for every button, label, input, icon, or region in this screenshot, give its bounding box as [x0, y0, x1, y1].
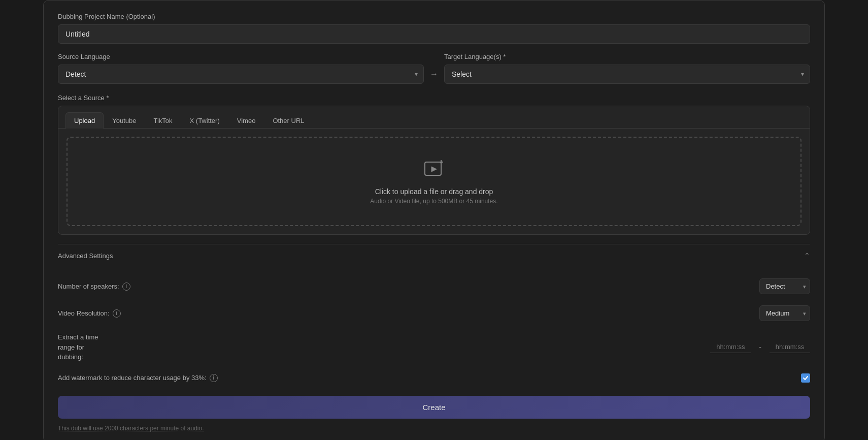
source-tabs-row: Upload Youtube TikTok X (Twitter) Vimeo … [58, 106, 810, 129]
tab-twitter[interactable]: X (Twitter) [181, 112, 228, 129]
resolution-select-wrapper: Medium Low High ▾ [759, 305, 810, 321]
target-language-select[interactable]: Select English Spanish French German Chi… [444, 65, 810, 84]
footer-note: This dub will use 2000 characters per mi… [58, 425, 810, 432]
speakers-select-wrapper: Detect 1 2 3 4 5 ▾ [759, 278, 810, 294]
time-range-inputs: - [710, 341, 810, 353]
time-range-label: Extract a timerange fordubbing: [58, 332, 98, 362]
watermark-label: Add watermark to reduce character usage … [58, 374, 218, 382]
advanced-settings-toggle[interactable]: Advanced Settings ⌃ [58, 246, 810, 265]
speakers-row: Number of speakers: i Detect 1 2 3 4 5 ▾ [58, 278, 810, 294]
create-button[interactable]: Create [58, 396, 810, 419]
resolution-select[interactable]: Medium Low High [759, 305, 810, 321]
modal-container: Dubbing Project Name (Optional) Source L… [43, 0, 825, 440]
upload-icon [422, 158, 446, 182]
time-end-input[interactable] [770, 341, 810, 353]
watermark-info-icon[interactable]: i [210, 374, 218, 382]
advanced-settings-label: Advanced Settings [58, 252, 113, 260]
advanced-settings-content: Number of speakers: i Detect 1 2 3 4 5 ▾ [58, 269, 810, 383]
tab-other-url[interactable]: Other URL [264, 112, 313, 129]
time-start-input[interactable] [710, 341, 751, 353]
source-language-select[interactable]: Detect English Spanish French German Chi… [58, 65, 424, 84]
svg-marker-1 [431, 167, 437, 172]
time-range-row: Extract a timerange fordubbing: - [58, 332, 810, 362]
project-name-label: Dubbing Project Name (Optional) [58, 13, 810, 20]
speakers-label: Number of speakers: i [58, 282, 130, 291]
source-box: Upload Youtube TikTok X (Twitter) Vimeo … [58, 106, 810, 235]
target-language-group: Target Language(s) * Select English Span… [444, 53, 810, 84]
time-dash: - [759, 343, 761, 351]
speakers-select[interactable]: Detect 1 2 3 4 5 [759, 278, 810, 294]
resolution-label: Video Resolution: i [58, 309, 121, 318]
tab-upload[interactable]: Upload [65, 112, 104, 129]
speakers-info-icon[interactable]: i [122, 282, 130, 291]
target-language-label: Target Language(s) * [444, 53, 810, 60]
tab-tiktok[interactable]: TikTok [145, 112, 181, 129]
upload-dropzone[interactable]: Click to upload a file or drag and drop … [66, 137, 802, 226]
source-section: Select a Source * Upload Youtube TikTok … [58, 94, 810, 235]
arrow-right-icon: → [430, 70, 438, 79]
resolution-info-icon[interactable]: i [113, 309, 121, 318]
watermark-row: Add watermark to reduce character usage … [58, 373, 810, 383]
upload-sub-text: Audio or Video file, up to 500MB or 45 m… [370, 198, 497, 205]
project-name-section: Dubbing Project Name (Optional) [58, 13, 810, 44]
source-section-label: Select a Source * [58, 94, 810, 102]
source-language-group: Source Language Detect English Spanish F… [58, 53, 424, 84]
resolution-row: Video Resolution: i Medium Low High ▾ [58, 305, 810, 321]
advanced-settings-section: Advanced Settings ⌃ Number of speakers: … [58, 244, 810, 383]
tab-vimeo[interactable]: Vimeo [228, 112, 264, 129]
divider-top [58, 244, 810, 244]
target-language-select-wrapper: Select English Spanish French German Chi… [444, 65, 810, 84]
tab-youtube[interactable]: Youtube [104, 112, 145, 129]
source-language-select-wrapper: Detect English Spanish French German Chi… [58, 65, 424, 84]
footer-characters: 2000 [105, 425, 118, 432]
language-row: Source Language Detect English Spanish F… [58, 53, 810, 84]
source-language-label: Source Language [58, 53, 424, 60]
advanced-settings-chevron-icon: ⌃ [804, 252, 810, 260]
watermark-checkbox[interactable] [801, 373, 810, 383]
divider-bottom [58, 267, 810, 267]
upload-main-text: Click to upload a file or drag and drop [375, 187, 493, 196]
project-name-input[interactable] [58, 24, 810, 44]
